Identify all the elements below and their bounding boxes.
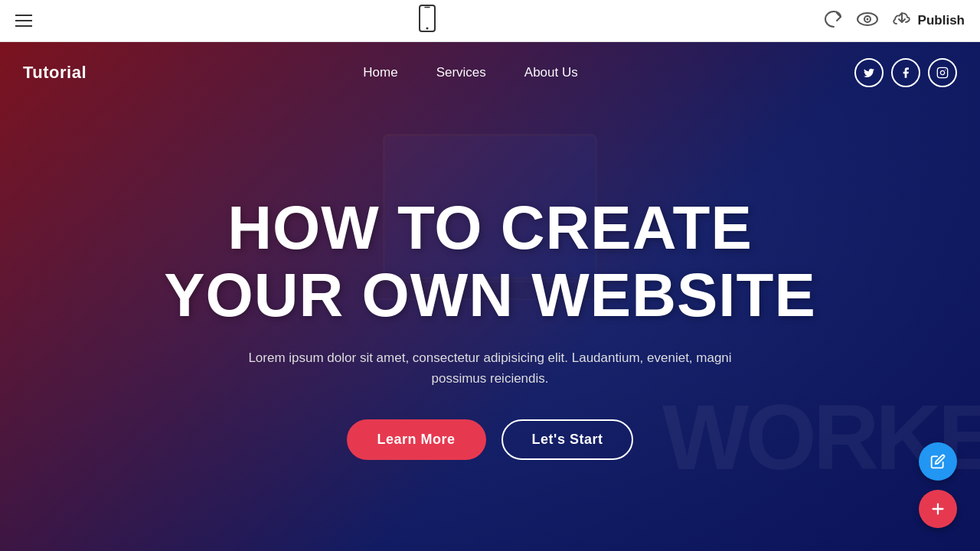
mobile-preview-icon[interactable]: [419, 5, 436, 37]
nav-link-home[interactable]: Home: [363, 65, 397, 80]
site-navbar: Tutorial Home Services About Us: [0, 42, 980, 103]
site-logo: Tutorial: [23, 63, 87, 83]
svg-point-5: [866, 18, 868, 21]
preview-eye-icon[interactable]: [857, 11, 878, 31]
learn-more-button[interactable]: Learn More: [347, 419, 486, 460]
hamburger-menu-icon[interactable]: [15, 15, 32, 27]
twitter-icon[interactable]: [854, 58, 884, 87]
undo-icon[interactable]: [823, 11, 843, 31]
toolbar-left: [15, 15, 32, 27]
svg-point-1: [426, 28, 429, 30]
svg-rect-6: [937, 67, 947, 77]
publish-cloud-icon: [892, 11, 912, 31]
website-preview: WORKE Tutorial Home Services About Us: [0, 42, 980, 551]
toolbar-right: Publish: [823, 11, 965, 31]
facebook-icon[interactable]: [891, 58, 920, 87]
publish-label: Publish: [918, 13, 965, 28]
hero-title-line1: HOW TO CREATE: [227, 194, 753, 262]
hero-description: Lorem ipsum dolor sit amet, consectetur …: [222, 347, 758, 389]
hero-title-line2: YOUR OWN WEBSITE: [164, 261, 816, 329]
instagram-icon[interactable]: [928, 58, 957, 87]
site-nav-links: Home Services About Us: [363, 65, 577, 80]
lets-start-button[interactable]: Let's Start: [501, 419, 634, 460]
hero-title: HOW TO CREATE YOUR OWN WEBSITE: [164, 194, 816, 329]
nav-link-services[interactable]: Services: [436, 65, 486, 80]
fab-container: [919, 442, 957, 528]
site-social-icons: [854, 58, 957, 87]
add-fab-button[interactable]: [919, 490, 957, 528]
nav-link-about-us[interactable]: About Us: [524, 65, 578, 80]
toolbar: Publish: [0, 0, 980, 42]
publish-button[interactable]: Publish: [892, 11, 965, 31]
hero-content: HOW TO CREATE YOUR OWN WEBSITE Lorem ips…: [0, 42, 980, 551]
hero-buttons: Learn More Let's Start: [347, 419, 634, 460]
toolbar-center: [419, 5, 436, 37]
edit-fab-button[interactable]: [919, 442, 957, 481]
